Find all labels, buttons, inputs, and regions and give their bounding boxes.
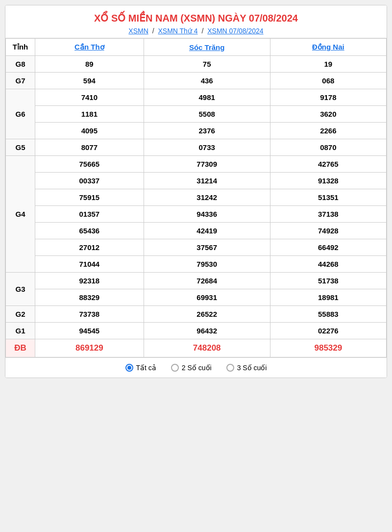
table-row: 74928 [270,223,386,239]
table-row: 94545 [35,323,144,339]
table-row: 594 [35,73,144,89]
table-row: 01357 [35,206,144,223]
table-row: 75915 [35,189,144,206]
table-row: 869129 [35,339,144,357]
table-row: 89 [35,56,144,73]
table-row: 72684 [144,273,270,289]
col-dongnai[interactable]: Đồng Nai [270,39,386,56]
filter-footer: Tất cả 2 Số cuối 3 Số cuối [5,357,387,378]
table-row: 91328 [270,173,386,189]
radio-3socuoi-circle [226,364,234,372]
col-cantho[interactable]: Cần Thơ [35,39,144,56]
breadcrumb-link-1[interactable]: XSMN [128,27,148,35]
breadcrumb-sep-1: / [152,27,156,35]
page-header: XỔ SỐ MIỀN NAM (XSMN) NGÀY 07/08/2024 XS… [5,5,387,38]
table-row: 26522 [144,306,270,323]
page-title: XỔ SỐ MIỀN NAM (XSMN) NGÀY 07/08/2024 [10,12,382,24]
table-row: 51351 [270,189,386,206]
radio-3socuoi[interactable]: 3 Số cuối [226,364,267,372]
breadcrumb: XSMN / XSMN Thứ 4 / XSMN 07/08/2024 [10,27,382,35]
table-row: 44268 [270,256,386,273]
table-row: 1181 [35,106,144,123]
table-row: 5508 [144,106,270,123]
table-row: 00337 [35,173,144,189]
table-row: 0733 [144,139,270,156]
table-row: 71044 [35,256,144,273]
table-row: 2376 [144,123,270,139]
lottery-table: Tỉnh Cần Thơ Sóc Trăng Đồng Nai G8897519… [5,38,387,357]
table-row: 18981 [270,289,386,306]
table-row: 37567 [144,239,270,256]
table-row: 65436 [35,223,144,239]
table-row: 75 [144,56,270,73]
table-row: 31214 [144,173,270,189]
table-row: 436 [144,73,270,89]
radio-2socuoi-label: 2 Số cuối [182,364,212,372]
breadcrumb-link-3[interactable]: XSMN 07/08/2024 [207,27,263,35]
table-row: 77309 [144,156,270,173]
grade-cell: G4 [6,156,35,273]
table-row: 0870 [270,139,386,156]
table-row: 7410 [35,89,144,106]
table-row: 068 [270,73,386,89]
table-row: 9178 [270,89,386,106]
table-row: 73738 [35,306,144,323]
table-row: 748208 [144,339,270,357]
radio-2socuoi[interactable]: 2 Số cuối [171,364,212,372]
table-row: 37138 [270,206,386,223]
table-row: 92318 [35,273,144,289]
grade-cell: ĐB [6,339,35,357]
grade-cell: G5 [6,139,35,156]
radio-tatca-label: Tất cả [136,364,156,372]
table-row: 985329 [270,339,386,357]
table-row: 66492 [270,239,386,256]
col-soctrang[interactable]: Sóc Trăng [144,39,270,56]
table-row: 75665 [35,156,144,173]
radio-tatca-circle [125,364,133,372]
radio-2socuoi-circle [171,364,179,372]
main-container: XỔ SỐ MIỀN NAM (XSMN) NGÀY 07/08/2024 XS… [5,5,387,378]
radio-3socuoi-label: 3 Số cuối [237,364,267,372]
radio-tatca[interactable]: Tất cả [125,364,156,372]
table-row: 42419 [144,223,270,239]
table-row: 42765 [270,156,386,173]
radio-group: Tất cả 2 Số cuối 3 Số cuối [10,364,382,372]
grade-cell: G3 [6,273,35,306]
table-row: 88329 [35,289,144,306]
grade-cell: G2 [6,306,35,323]
grade-cell: G8 [6,56,35,73]
table-row: 4095 [35,123,144,139]
table-row: 8077 [35,139,144,156]
col-tinh: Tỉnh [6,39,35,56]
table-row: 69931 [144,289,270,306]
table-row: 96432 [144,323,270,339]
table-row: 2266 [270,123,386,139]
table-row: 31242 [144,189,270,206]
table-row: 94336 [144,206,270,223]
table-row: 55883 [270,306,386,323]
table-row: 19 [270,56,386,73]
breadcrumb-sep-2: / [201,27,205,35]
breadcrumb-link-2[interactable]: XSMN Thứ 4 [158,27,197,35]
table-row: 51738 [270,273,386,289]
table-row: 79530 [144,256,270,273]
table-row: 3620 [270,106,386,123]
grade-cell: G6 [6,89,35,139]
table-row: 27012 [35,239,144,256]
grade-cell: G1 [6,323,35,339]
table-row: 02276 [270,323,386,339]
grade-cell: G7 [6,73,35,89]
table-row: 4981 [144,89,270,106]
